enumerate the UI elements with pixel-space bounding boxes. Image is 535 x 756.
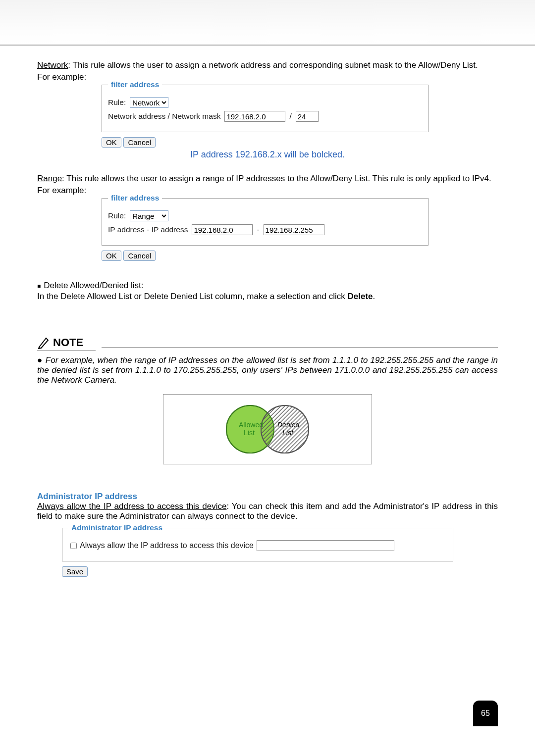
filter-address-legend-2: filter address (108, 194, 162, 202)
admin-ip-underline: Always allow the IP address to access th… (37, 502, 226, 511)
network-mask-input[interactable] (296, 111, 319, 122)
always-allow-label: Always allow the IP address to access th… (80, 541, 254, 550)
note-title-text: NOTE (53, 336, 83, 349)
venn-diagram: Allowed List Denied List (208, 400, 327, 459)
rule-label-1: Rule: (108, 98, 126, 107)
range-separator: - (257, 225, 259, 234)
note-rule (102, 347, 498, 348)
filter1-caption: IP address 192.168.2.x will be bolcked. (37, 150, 498, 160)
range-label: Range (37, 174, 62, 183)
range-desc: : This rule allows the user to assign a … (62, 174, 491, 183)
rule-select-network[interactable]: Network (130, 97, 168, 108)
delete-list-bullet: ■ Delete Allowed/Denied list: (37, 281, 498, 292)
ip-from-input[interactable] (192, 224, 253, 235)
page-header-band (0, 0, 535, 46)
page-content: Network: This rule allows the user to as… (0, 46, 535, 726)
network-mask-label: Network address / Network mask (108, 112, 220, 121)
note-underline (37, 350, 96, 351)
network-rule-paragraph: Network: This rule allows the user to as… (37, 60, 498, 70)
network-desc: : This rule allows the user to assign a … (68, 60, 478, 70)
ok-button-1[interactable]: OK (102, 137, 121, 148)
denied-label-b: List (282, 429, 294, 437)
network-address-input[interactable] (224, 111, 285, 122)
allowed-label-b: List (244, 429, 255, 437)
filter-address-range-fieldset: filter address Rule: Range IP address - … (102, 194, 428, 246)
range-rule-paragraph: Range: This rule allows the user to assi… (37, 174, 498, 184)
ip-to-input[interactable] (264, 224, 324, 235)
venn-diagram-box: Allowed List Denied List (163, 394, 372, 464)
admin-ip-paragraph: Always allow the IP address to access th… (37, 502, 498, 521)
mask-separator: / (289, 112, 291, 121)
admin-ip-title: Administrator IP address (37, 492, 498, 502)
cancel-button-1[interactable]: Cancel (123, 137, 156, 148)
filter-address-legend-1: filter address (108, 80, 162, 89)
rule-label-2: Rule: (108, 211, 126, 220)
square-bullet-icon: ■ (37, 281, 41, 292)
always-allow-checkbox[interactable] (70, 543, 77, 549)
note-body: ●For example, when the range of IP addre… (37, 355, 498, 385)
pencil-icon (37, 336, 50, 349)
delete-list-body: In the Delete Allowed List or Delete Den… (37, 292, 498, 302)
denied-label-a: Denied (277, 421, 300, 429)
admin-ip-input[interactable] (257, 540, 394, 551)
cancel-button-2[interactable]: Cancel (123, 251, 156, 261)
ok-button-2[interactable]: OK (102, 251, 121, 261)
note-header: NOTE (37, 336, 498, 351)
admin-ip-fieldset: Administrator IP address Always allow th… (62, 523, 453, 561)
allowed-label-a: Allowed (239, 421, 263, 429)
admin-ip-legend: Administrator IP address (68, 523, 165, 532)
page-number-badge: 65 (473, 701, 498, 726)
ip-range-label: IP address - IP address (108, 225, 188, 234)
save-button[interactable]: Save (62, 566, 88, 577)
rule-select-range[interactable]: Range (130, 210, 168, 221)
filter-address-network-fieldset: filter address Rule: Network Network add… (102, 80, 428, 132)
delete-list-title: Delete Allowed/Denied list: (44, 281, 143, 291)
network-label: Network (37, 60, 68, 70)
